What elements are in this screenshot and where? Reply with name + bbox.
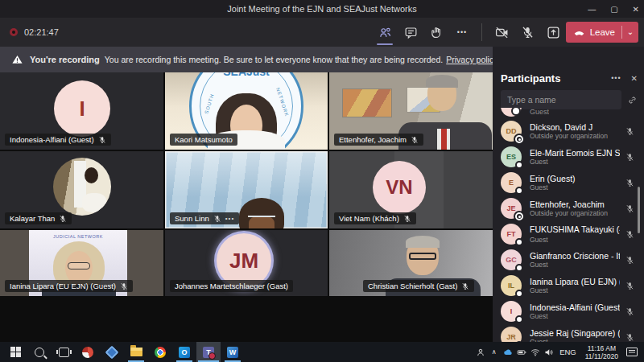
taskbar-search-button[interactable] [27,342,52,362]
mic-off-icon [411,136,419,144]
taskbar-file-explorer[interactable] [124,342,148,362]
avatar: ES [501,146,522,167]
banner-message: You are recording this meeting. Be sure … [105,55,443,64]
share-screen-button[interactable] [540,18,566,47]
maximize-icon[interactable]: ▢ [610,5,617,14]
more-actions-button[interactable]: ••• [449,18,475,47]
chat-button[interactable] [398,18,423,47]
participant-name-tag: Ettenhofer, Joachim [334,134,423,146]
video-tile-kaori-matsumoto[interactable]: SEAJust SOUTH NETWORK Kaori Matsumoto [165,72,328,150]
volume-icon[interactable] [542,342,555,362]
taskbar-word[interactable]: W [221,342,245,362]
participant-name-tag: Viet Nam (Khách) [334,212,416,224]
mic-off-icon [625,307,634,316]
outlook-icon: O [179,347,190,358]
mic-off-icon [625,127,634,136]
participant-row[interactable]: IL Ianina Lipara (EU EJN) (Guest) Guest [493,273,644,298]
avatar: I [501,301,522,322]
hang-up-icon [573,27,585,39]
participants-button[interactable] [372,18,398,47]
taskbar-app-blue[interactable] [100,342,124,362]
external-badge [515,135,523,143]
people-tray-icon[interactable] [473,342,487,362]
video-tile-ettenhofer[interactable]: Ettenhofer, Joachim [329,72,493,150]
blue-app-icon [105,345,119,359]
taskbar-teams[interactable]: T [196,342,221,362]
avatar: GC [501,249,522,270]
video-tile-kalayar-than[interactable]: Kalayar Than [0,151,163,228]
raise-hand-button[interactable] [423,18,449,47]
tile-more-icon[interactable]: ••• [225,215,234,222]
guest-badge [515,238,523,246]
leave-options-chevron-icon[interactable]: ⌄ [622,22,638,43]
guest-badge [515,290,523,298]
participants-list: DD Dickson, David J Outside your organiz… [493,118,644,342]
avatar-photo [53,158,111,216]
mic-off-icon [625,230,634,239]
taskbar-outlook[interactable]: O [172,342,196,362]
video-grid: I Indonesia-Alfiani (Guest) SEAJust SOUT… [0,72,493,342]
close-icon[interactable]: ✕ [633,5,639,14]
windows-taskbar: O T W ∧ ENG 11:16 AM 11/11/2020 [0,342,644,362]
search-input[interactable] [501,90,621,109]
avatar: JE [501,198,522,219]
task-view-button[interactable] [52,342,76,362]
panel-title: Participants [501,72,560,84]
recording-banner: You're recording You are recording this … [0,47,493,72]
title-bar: Joint Meeting of the EJN and SEAJust Net… [0,0,644,18]
external-badge [515,212,523,220]
participant-row[interactable]: FT FUKUSHIMA Takayuki (ゲスト) Guest [493,221,644,247]
toolbar-divider [481,23,482,41]
language-indicator[interactable]: ENG [555,348,580,356]
taskbar-app-media[interactable] [76,342,100,362]
minimize-icon[interactable]: — [588,5,596,14]
onedrive-icon[interactable] [501,342,514,362]
privacy-policy-link[interactable]: Privacy policy [446,55,497,64]
video-tile-johannes[interactable]: JM Johannes Martetschlaeger (Gast) [165,230,328,296]
panel-scrollbar[interactable] [638,187,640,233]
mic-off-icon [120,282,128,290]
video-tile-ianina-lipara[interactable]: JUDICIAL NETWORK Ianina Lipara (EU EJN) … [0,230,163,296]
video-tile-christian-schierholt[interactable]: Christian Schierholt (Gast) [329,230,493,296]
camera-off-button[interactable] [489,18,514,47]
start-button[interactable] [3,342,27,362]
participant-row-partial: Guest [501,108,549,118]
participant-row[interactable]: E Erin (Guest) Guest [493,170,644,195]
panel-close-icon[interactable]: ✕ [631,74,638,83]
participant-row[interactable]: I Indonesia-Alfiani (Guest) Guest [493,298,644,324]
teams-icon: T [203,347,214,358]
mic-off-icon [98,136,106,144]
mic-off-icon [625,179,634,187]
leave-button[interactable]: Leave ⌄ [566,22,638,43]
mic-off-icon [625,256,634,265]
participant-name-tag: Sunn Linn ••• [170,212,239,224]
participants-panel: Participants ••• ✕ Guest DD Dickson, Dav… [493,47,644,342]
taskbar-chrome[interactable] [148,342,172,362]
mic-off-icon [213,215,221,223]
participant-row[interactable]: DD Dickson, David J Outside your organiz… [493,118,644,144]
avatar: VN [373,161,426,214]
video-tile-viet-nam[interactable]: VN Viet Nam (Khách) [329,151,493,228]
mic-off-icon [403,215,411,223]
copy-link-icon[interactable] [627,95,638,105]
chrome-icon [155,347,166,358]
participant-name-tag: Kalayar Than [5,212,72,224]
video-tile-indonesia-alfiani[interactable]: I Indonesia-Alfiani (Guest) [0,72,163,150]
wifi-icon[interactable] [528,342,542,362]
mic-off-button[interactable] [514,18,540,47]
clock[interactable]: 11:16 AM 11/11/2020 [580,344,623,360]
participant-row[interactable]: ES Ele-Marit Eomois EJN SECRET... Guest [493,144,644,170]
meeting-toolbar: 02:21:47 ••• Leave ⌄ [0,18,644,47]
video-tile-sunn-linn[interactable]: Sunn Linn ••• [165,151,328,228]
battery-icon[interactable] [514,342,528,362]
action-center-icon[interactable] [626,348,638,356]
participant-row[interactable]: JE Ettenhofer, Joachim Outside your orga… [493,195,644,221]
show-hidden-icons-chevron[interactable]: ∧ [487,342,501,362]
participant-row[interactable]: GC Gianfranco Criscione - Italy's ... Gu… [493,247,644,273]
participant-row[interactable]: JR Jessie Raj (Singapore) (Guest) Guest [493,324,644,342]
window-title: Joint Meeting of the EJN and SEAJust Net… [227,4,416,14]
search-icon [35,348,44,357]
panel-more-icon[interactable]: ••• [611,74,621,82]
avatar: IL [501,275,522,296]
mic-off-icon [461,282,469,290]
